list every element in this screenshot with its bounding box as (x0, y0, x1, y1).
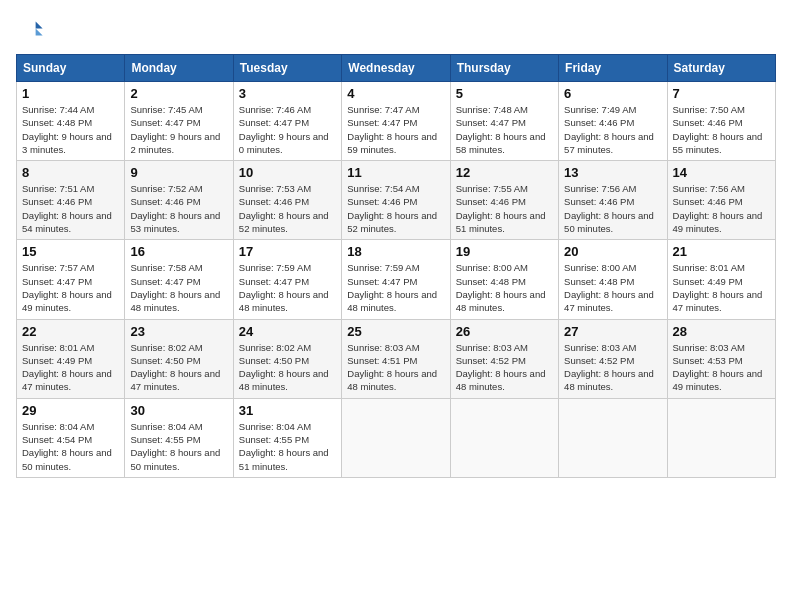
day-number: 19 (456, 244, 553, 259)
sunset-time: Sunset: 4:48 PM (456, 275, 553, 288)
daylight-hours: Daylight: 8 hours and 48 minutes. (130, 288, 227, 315)
calendar-cell: 6 Sunrise: 7:49 AM Sunset: 4:46 PM Dayli… (559, 82, 667, 161)
logo-area (16, 16, 48, 44)
sunset-time: Sunset: 4:47 PM (347, 116, 444, 129)
calendar-cell: 26 Sunrise: 8:03 AM Sunset: 4:52 PM Dayl… (450, 319, 558, 398)
day-number: 9 (130, 165, 227, 180)
day-number: 8 (22, 165, 119, 180)
calendar-cell: 25 Sunrise: 8:03 AM Sunset: 4:51 PM Dayl… (342, 319, 450, 398)
calendar-cell: 24 Sunrise: 8:02 AM Sunset: 4:50 PM Dayl… (233, 319, 341, 398)
sunset-time: Sunset: 4:47 PM (130, 275, 227, 288)
sunrise-time: Sunrise: 7:56 AM (564, 182, 661, 195)
daylight-hours: Daylight: 8 hours and 50 minutes. (564, 209, 661, 236)
daylight-hours: Daylight: 8 hours and 48 minutes. (456, 367, 553, 394)
header (16, 16, 776, 44)
day-number: 27 (564, 324, 661, 339)
sunset-time: Sunset: 4:47 PM (239, 116, 336, 129)
weekday-header-friday: Friday (559, 55, 667, 82)
sunrise-time: Sunrise: 7:52 AM (130, 182, 227, 195)
weekday-header-row: SundayMondayTuesdayWednesdayThursdayFrid… (17, 55, 776, 82)
day-number: 14 (673, 165, 770, 180)
daylight-hours: Daylight: 8 hours and 52 minutes. (347, 209, 444, 236)
calendar-cell: 8 Sunrise: 7:51 AM Sunset: 4:46 PM Dayli… (17, 161, 125, 240)
day-number: 7 (673, 86, 770, 101)
daylight-hours: Daylight: 8 hours and 55 minutes. (673, 130, 770, 157)
daylight-hours: Daylight: 8 hours and 48 minutes. (239, 288, 336, 315)
daylight-hours: Daylight: 8 hours and 47 minutes. (564, 288, 661, 315)
daylight-hours: Daylight: 8 hours and 48 minutes. (347, 288, 444, 315)
weekday-header-tuesday: Tuesday (233, 55, 341, 82)
sunrise-time: Sunrise: 8:03 AM (456, 341, 553, 354)
day-number: 26 (456, 324, 553, 339)
day-info: Sunrise: 8:04 AM Sunset: 4:54 PM Dayligh… (22, 420, 119, 473)
day-info: Sunrise: 8:03 AM Sunset: 4:52 PM Dayligh… (456, 341, 553, 394)
day-number: 16 (130, 244, 227, 259)
sunrise-time: Sunrise: 8:02 AM (130, 341, 227, 354)
daylight-hours: Daylight: 8 hours and 49 minutes. (22, 288, 119, 315)
svg-marker-1 (36, 29, 43, 36)
sunset-time: Sunset: 4:47 PM (239, 275, 336, 288)
sunrise-time: Sunrise: 7:49 AM (564, 103, 661, 116)
calendar-cell: 30 Sunrise: 8:04 AM Sunset: 4:55 PM Dayl… (125, 398, 233, 477)
calendar-cell: 2 Sunrise: 7:45 AM Sunset: 4:47 PM Dayli… (125, 82, 233, 161)
calendar-cell: 22 Sunrise: 8:01 AM Sunset: 4:49 PM Dayl… (17, 319, 125, 398)
day-info: Sunrise: 7:56 AM Sunset: 4:46 PM Dayligh… (673, 182, 770, 235)
daylight-hours: Daylight: 8 hours and 48 minutes. (239, 367, 336, 394)
sunrise-time: Sunrise: 8:04 AM (22, 420, 119, 433)
daylight-hours: Daylight: 8 hours and 47 minutes. (130, 367, 227, 394)
day-number: 6 (564, 86, 661, 101)
day-number: 4 (347, 86, 444, 101)
weekday-header-monday: Monday (125, 55, 233, 82)
calendar-cell: 13 Sunrise: 7:56 AM Sunset: 4:46 PM Dayl… (559, 161, 667, 240)
sunset-time: Sunset: 4:46 PM (673, 195, 770, 208)
daylight-hours: Daylight: 9 hours and 3 minutes. (22, 130, 119, 157)
sunset-time: Sunset: 4:46 PM (130, 195, 227, 208)
sunrise-time: Sunrise: 8:04 AM (130, 420, 227, 433)
sunset-time: Sunset: 4:51 PM (347, 354, 444, 367)
day-info: Sunrise: 7:45 AM Sunset: 4:47 PM Dayligh… (130, 103, 227, 156)
calendar-cell: 29 Sunrise: 8:04 AM Sunset: 4:54 PM Dayl… (17, 398, 125, 477)
calendar-cell: 31 Sunrise: 8:04 AM Sunset: 4:55 PM Dayl… (233, 398, 341, 477)
weekday-header-sunday: Sunday (17, 55, 125, 82)
daylight-hours: Daylight: 8 hours and 53 minutes. (130, 209, 227, 236)
calendar-cell: 21 Sunrise: 8:01 AM Sunset: 4:49 PM Dayl… (667, 240, 775, 319)
day-number: 20 (564, 244, 661, 259)
day-number: 18 (347, 244, 444, 259)
day-number: 30 (130, 403, 227, 418)
sunrise-time: Sunrise: 8:00 AM (456, 261, 553, 274)
sunset-time: Sunset: 4:46 PM (564, 116, 661, 129)
day-number: 13 (564, 165, 661, 180)
logo-icon (16, 16, 44, 44)
sunrise-time: Sunrise: 8:04 AM (239, 420, 336, 433)
sunset-time: Sunset: 4:48 PM (22, 116, 119, 129)
sunrise-time: Sunrise: 7:48 AM (456, 103, 553, 116)
day-info: Sunrise: 8:00 AM Sunset: 4:48 PM Dayligh… (564, 261, 661, 314)
sunrise-time: Sunrise: 7:44 AM (22, 103, 119, 116)
day-number: 10 (239, 165, 336, 180)
sunrise-time: Sunrise: 8:01 AM (673, 261, 770, 274)
calendar-cell: 4 Sunrise: 7:47 AM Sunset: 4:47 PM Dayli… (342, 82, 450, 161)
calendar-cell: 10 Sunrise: 7:53 AM Sunset: 4:46 PM Dayl… (233, 161, 341, 240)
sunrise-time: Sunrise: 8:03 AM (347, 341, 444, 354)
calendar-cell: 18 Sunrise: 7:59 AM Sunset: 4:47 PM Dayl… (342, 240, 450, 319)
day-number: 31 (239, 403, 336, 418)
calendar-week-2: 8 Sunrise: 7:51 AM Sunset: 4:46 PM Dayli… (17, 161, 776, 240)
day-number: 11 (347, 165, 444, 180)
day-info: Sunrise: 7:51 AM Sunset: 4:46 PM Dayligh… (22, 182, 119, 235)
sunrise-time: Sunrise: 7:58 AM (130, 261, 227, 274)
calendar-cell (559, 398, 667, 477)
calendar-cell: 9 Sunrise: 7:52 AM Sunset: 4:46 PM Dayli… (125, 161, 233, 240)
calendar-week-3: 15 Sunrise: 7:57 AM Sunset: 4:47 PM Dayl… (17, 240, 776, 319)
calendar-cell: 16 Sunrise: 7:58 AM Sunset: 4:47 PM Dayl… (125, 240, 233, 319)
svg-marker-0 (36, 22, 43, 29)
sunset-time: Sunset: 4:52 PM (564, 354, 661, 367)
day-number: 21 (673, 244, 770, 259)
sunset-time: Sunset: 4:47 PM (456, 116, 553, 129)
daylight-hours: Daylight: 8 hours and 51 minutes. (456, 209, 553, 236)
calendar-cell: 11 Sunrise: 7:54 AM Sunset: 4:46 PM Dayl… (342, 161, 450, 240)
sunrise-time: Sunrise: 7:45 AM (130, 103, 227, 116)
sunset-time: Sunset: 4:46 PM (347, 195, 444, 208)
day-number: 24 (239, 324, 336, 339)
calendar-cell: 19 Sunrise: 8:00 AM Sunset: 4:48 PM Dayl… (450, 240, 558, 319)
day-number: 23 (130, 324, 227, 339)
